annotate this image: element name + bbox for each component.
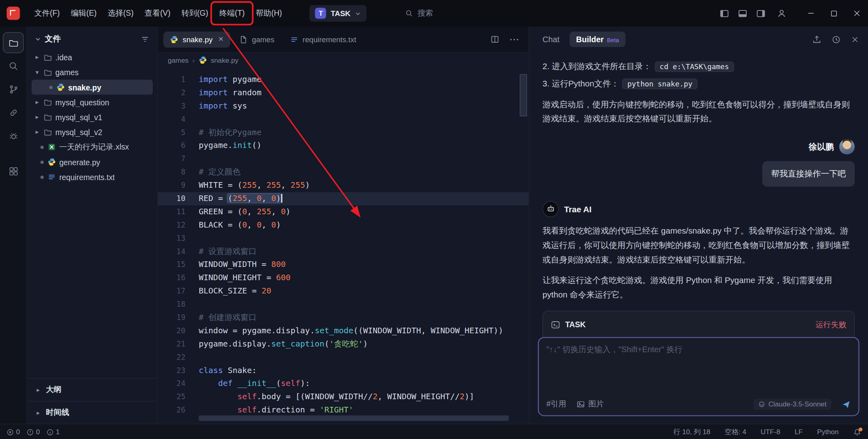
tree-file[interactable]: snake.py: [32, 80, 153, 94]
code-line[interactable]: 7: [158, 152, 529, 166]
code-line[interactable]: 1import pygame: [158, 73, 529, 86]
inline-code[interactable]: cd e:\TASK\games: [655, 62, 734, 72]
split-editor-icon[interactable]: [491, 35, 500, 44]
chevron-down-icon[interactable]: [35, 36, 41, 42]
export-chat-icon[interactable]: [812, 35, 821, 44]
history-icon[interactable]: [831, 35, 841, 44]
reference-button[interactable]: #引用: [547, 399, 566, 409]
beta-badge: Beta: [607, 37, 619, 43]
tree-folder[interactable]: ▸mysql_sql_v2: [32, 125, 153, 139]
notifications-bell-icon[interactable]: [853, 428, 862, 436]
section-outline[interactable]: ▸大纲: [27, 379, 157, 401]
toggle-right-panel-icon[interactable]: [756, 8, 766, 18]
send-icon[interactable]: [841, 400, 851, 409]
editor-tab[interactable]: snake.py✕: [163, 31, 230, 47]
code-line[interactable]: 16WINDOW_HEIGHT = 600: [158, 271, 529, 285]
code-line[interactable]: 14# 设置游戏窗口: [158, 245, 529, 258]
problems-info[interactable]: 1: [47, 428, 60, 436]
maximize-icon[interactable]: [830, 9, 838, 18]
code-line[interactable]: 3import sys: [158, 100, 529, 113]
problems-error[interactable]: 0: [7, 428, 20, 436]
account-icon[interactable]: [777, 8, 787, 18]
code-line[interactable]: 11GREEN = (0, 255, 0): [158, 205, 529, 219]
code-line[interactable]: 10RED = (255, 0, 0): [158, 192, 529, 205]
menu-item-terminal[interactable]: 终端(T): [214, 4, 250, 22]
project-selector[interactable]: T TASK: [310, 5, 367, 21]
terminal-icon: [551, 320, 560, 329]
code-line[interactable]: 4: [158, 113, 529, 126]
project-icon: T: [315, 8, 326, 19]
tree-folder[interactable]: ▾games: [32, 65, 153, 80]
tree-file[interactable]: generate.py: [32, 154, 153, 169]
breadcrumb-item[interactable]: snake.py: [211, 56, 238, 64]
tab-chat[interactable]: Chat: [538, 32, 564, 47]
toggle-bottom-panel-icon[interactable]: [738, 8, 747, 18]
toggle-left-panel-icon[interactable]: [720, 8, 729, 18]
explorer-icon[interactable]: [3, 32, 24, 53]
menu-item[interactable]: 编辑(E): [65, 4, 102, 22]
tree-file[interactable]: 一天的行为记录.xlsx: [32, 139, 153, 154]
global-search[interactable]: 搜索: [399, 6, 440, 21]
menu-item[interactable]: 转到(G): [176, 4, 214, 22]
cursor-position[interactable]: 行 10, 列 18: [674, 427, 710, 437]
status-bar: 001 行 10, 列 18 空格: 4 UTF-8 LF Python: [0, 424, 868, 439]
filter-icon[interactable]: [141, 35, 149, 43]
code-line[interactable]: 8# 定义颜色: [158, 166, 529, 179]
code-line[interactable]: 20window = pygame.display.set_mode((WIND…: [158, 324, 529, 338]
app-logo-icon[interactable]: [7, 7, 20, 20]
eol-type[interactable]: LF: [794, 428, 802, 436]
apps-icon[interactable]: [3, 160, 24, 181]
indent-setting[interactable]: 空格: 4: [725, 427, 746, 437]
code-editor[interactable]: 1import pygame2import random3import sys4…: [158, 68, 529, 424]
breadcrumb-item[interactable]: games: [168, 56, 188, 64]
code-line[interactable]: 19# 创建游戏窗口: [158, 311, 529, 324]
close-panel-icon[interactable]: [851, 35, 859, 43]
editor-tab[interactable]: requirements.txt: [283, 31, 363, 47]
chat-input-box[interactable]: "↑↓" 切换历史输入，"Shift+Enter" 换行 #引用 图片 Clau…: [538, 337, 859, 416]
code-line[interactable]: 24 def __init__(self):: [158, 377, 529, 391]
search-icon[interactable]: [3, 55, 24, 76]
code-line[interactable]: 13: [158, 232, 529, 245]
tree-folder[interactable]: ▸.idea: [32, 50, 153, 65]
more-actions-icon[interactable]: ⋯: [509, 33, 520, 45]
image-button[interactable]: 图片: [576, 399, 604, 409]
explorer-sections: ▸大纲▸时间线: [27, 378, 157, 424]
menu-item[interactable]: 文件(F): [29, 4, 66, 22]
close-window-icon[interactable]: [852, 9, 861, 18]
code-line[interactable]: 2import random: [158, 86, 529, 100]
tree-file[interactable]: requirements.txt: [32, 170, 153, 185]
menu-item[interactable]: 帮助(H): [250, 4, 288, 22]
encoding[interactable]: UTF-8: [761, 428, 780, 436]
debug-icon[interactable]: [3, 125, 24, 146]
editor-area: snake.py✕gamesrequirements.txt ⋯ games›s…: [158, 27, 529, 424]
menu-item[interactable]: 选择(S): [102, 4, 139, 22]
source-control-icon[interactable]: [3, 79, 24, 100]
user-avatar[interactable]: [839, 139, 855, 155]
code-line[interactable]: 18: [158, 298, 529, 311]
tree-folder[interactable]: ▸mysql_question: [32, 95, 153, 110]
menu-item[interactable]: 查看(V): [139, 4, 176, 22]
code-line[interactable]: 12BLACK = (0, 0, 0): [158, 219, 529, 232]
code-line[interactable]: 6pygame.init(): [158, 139, 529, 152]
remote-icon[interactable]: [3, 102, 24, 123]
problems-warning[interactable]: 0: [27, 428, 40, 436]
editor-tab[interactable]: games: [233, 31, 281, 47]
language-mode[interactable]: Python: [817, 428, 839, 436]
code-line[interactable]: 5# 初始化Pygame: [158, 126, 529, 139]
model-selector[interactable]: Claude-3.5-Sonnet: [753, 399, 831, 410]
code-line[interactable]: 22: [158, 351, 529, 364]
horizontal-scrollbar[interactable]: [199, 415, 509, 421]
section-timeline[interactable]: ▸时间线: [27, 401, 157, 423]
code-line[interactable]: 21pygame.display.set_caption('贪吃蛇'): [158, 338, 529, 351]
minimize-icon[interactable]: [807, 9, 815, 18]
inline-code[interactable]: python snake.py: [622, 78, 698, 89]
code-line[interactable]: 15WINDOW_WIDTH = 800: [158, 258, 529, 272]
code-line[interactable]: 25 self.body = [(WINDOW_WIDTH//2, WINDOW…: [158, 391, 529, 404]
vertical-scrollbar[interactable]: [520, 74, 527, 117]
tab-builder[interactable]: Builder Beta: [569, 32, 626, 47]
code-line[interactable]: 9WHITE = (255, 255, 255): [158, 179, 529, 192]
code-line[interactable]: 17BLOCK_SIZE = 20: [158, 285, 529, 298]
close-tab-icon[interactable]: ✕: [218, 35, 224, 43]
code-line[interactable]: 23class Snake:: [158, 364, 529, 377]
tree-folder[interactable]: ▸mysql_sql_v1: [32, 110, 153, 125]
